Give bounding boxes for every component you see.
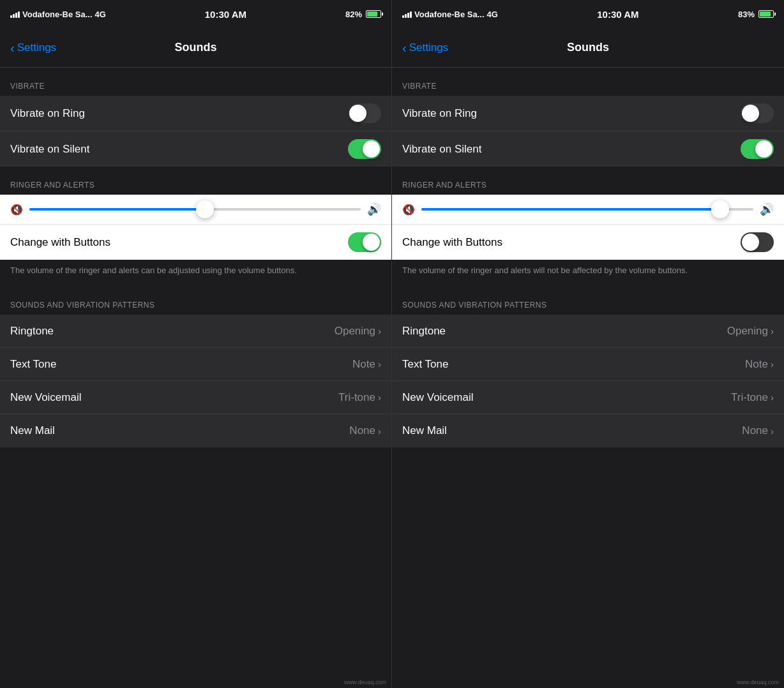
battery-percent-right: 83% — [738, 10, 755, 19]
signal-bar-3 — [15, 13, 17, 18]
change-buttons-knob-left — [363, 234, 380, 251]
vibrate-on-ring-row-right[interactable]: Vibrate on Ring — [392, 96, 784, 131]
new-voicemail-label-right: New Voicemail — [402, 391, 474, 404]
ringtone-val-text-left: Opening — [335, 325, 375, 338]
svp-header-right: SOUNDS AND VIBRATION PATTERNS — [392, 287, 784, 315]
vibrate-on-silent-toggle-left[interactable] — [348, 139, 381, 159]
text-tone-row-right[interactable]: Text Tone Note › — [392, 348, 784, 381]
vibrate-group-left: Vibrate on Ring Vibrate on Silent — [0, 96, 391, 167]
carrier-right: Vodafone-Be Sa... — [414, 10, 485, 19]
slider-track-left[interactable] — [29, 208, 361, 211]
new-mail-row-right[interactable]: New Mail None › — [392, 414, 784, 447]
new-voicemail-chevron-right: › — [771, 392, 774, 403]
new-mail-chevron-left: › — [378, 426, 381, 437]
back-chevron-right: ‹ — [402, 41, 407, 54]
back-button-left[interactable]: ‹ Settings — [10, 41, 56, 54]
carrier-left: Vodafone-Be Sa... — [22, 10, 93, 19]
volume-high-icon-right: 🔊 — [760, 202, 774, 216]
vibrate-on-ring-label-left: Vibrate on Ring — [10, 107, 85, 120]
vibrate-header-left: VIBRATE — [0, 68, 391, 96]
battery-icon-right — [758, 10, 774, 18]
back-label-left[interactable]: Settings — [17, 41, 56, 54]
new-mail-val-text-left: None — [349, 424, 375, 437]
ringer-header-right: RINGER AND ALERTS — [392, 167, 784, 195]
vibrate-group-right: Vibrate on Ring Vibrate on Silent — [392, 96, 784, 167]
slider-thumb-right[interactable] — [711, 200, 729, 218]
vibrate-on-ring-toggle-left[interactable] — [348, 103, 381, 123]
signal-bars-left — [10, 10, 20, 18]
text-tone-val-text-left: Note — [352, 358, 375, 371]
nav-bar-right: ‹ Settings Sounds — [392, 28, 784, 68]
ringer-section-right: 🔇 🔊 Change with Buttons — [392, 195, 784, 260]
scroll-content-right: VIBRATE Vibrate on Ring Vibrate on Silen… — [392, 68, 784, 688]
text-tone-value-left: Note › — [352, 358, 381, 371]
signal-bars-right — [402, 10, 412, 18]
vibrate-on-silent-knob-left — [363, 140, 380, 158]
text-tone-chevron-right: › — [771, 359, 774, 370]
vibrate-on-ring-row-left[interactable]: Vibrate on Ring — [0, 96, 391, 131]
vibrate-on-silent-row-right[interactable]: Vibrate on Silent — [392, 131, 784, 167]
new-voicemail-value-left: Tri-tone › — [338, 391, 381, 404]
vibrate-on-silent-toggle-right[interactable] — [741, 139, 774, 159]
vibrate-on-ring-knob-left — [349, 105, 366, 122]
page-title-left: Sounds — [175, 41, 217, 54]
status-right-right: 83% — [738, 10, 774, 19]
ringer-slider-row-right: 🔇 🔊 — [392, 195, 784, 225]
new-mail-value-left: None › — [349, 424, 381, 437]
vibrate-on-silent-label-left: Vibrate on Silent — [10, 143, 89, 156]
time-left: 10:30 AM — [205, 9, 246, 20]
network-right: 4G — [487, 10, 498, 19]
status-left-right: Vodafone-Be Sa... 4G — [402, 10, 498, 19]
text-tone-label-left: Text Tone — [10, 358, 56, 371]
volume-high-icon-left: 🔊 — [367, 202, 381, 216]
back-button-right[interactable]: ‹ Settings — [402, 41, 448, 54]
new-voicemail-chevron-left: › — [378, 392, 381, 403]
new-mail-chevron-right: › — [771, 426, 774, 437]
slider-thumb-left[interactable] — [196, 200, 214, 218]
new-voicemail-row-right[interactable]: New Voicemail Tri-tone › — [392, 381, 784, 414]
change-buttons-toggle-left[interactable] — [348, 232, 381, 252]
change-buttons-row-left: Change with Buttons — [0, 225, 391, 260]
ringtone-label-right: Ringtone — [402, 325, 446, 338]
vibrate-on-silent-row-left[interactable]: Vibrate on Silent — [0, 131, 391, 167]
text-tone-chevron-left: › — [378, 359, 381, 370]
ringtone-row-left[interactable]: Ringtone Opening › — [0, 315, 391, 348]
volume-low-icon-left: 🔇 — [10, 204, 23, 216]
change-buttons-label-right: Change with Buttons — [402, 236, 502, 249]
new-voicemail-val-text-right: Tri-tone — [731, 391, 768, 404]
text-tone-row-left[interactable]: Text Tone Note › — [0, 348, 391, 381]
slider-track-right[interactable] — [421, 208, 753, 211]
network-left: 4G — [95, 10, 106, 19]
battery-body-right — [758, 10, 774, 18]
new-mail-label-left: New Mail — [10, 424, 55, 437]
vibrate-header-right: VIBRATE — [392, 68, 784, 96]
text-tone-val-text-right: Note — [745, 358, 768, 371]
change-buttons-toggle-right[interactable] — [741, 232, 774, 252]
battery-icon-left — [366, 10, 381, 18]
scroll-content-left: VIBRATE Vibrate on Ring Vibrate on Silen… — [0, 68, 391, 688]
signal-bar-r2 — [405, 14, 407, 18]
ringer-header-left: RINGER AND ALERTS — [0, 167, 391, 195]
signal-bar-1 — [10, 15, 12, 18]
ringtone-label-left: Ringtone — [10, 325, 54, 338]
new-voicemail-row-left[interactable]: New Voicemail Tri-tone › — [0, 381, 391, 414]
slider-fill-left — [29, 208, 205, 211]
watermark-right: www.deuaq.com — [737, 679, 779, 685]
ringtone-chevron-left: › — [378, 325, 381, 336]
change-buttons-label-left: Change with Buttons — [10, 236, 110, 249]
vibrate-on-ring-toggle-right[interactable] — [741, 103, 774, 123]
vibrate-on-ring-label-right: Vibrate on Ring — [402, 107, 477, 120]
battery-fill-left — [367, 11, 377, 17]
new-mail-row-left[interactable]: New Mail None › — [0, 414, 391, 447]
change-buttons-knob-right — [742, 234, 759, 251]
right-panel: Vodafone-Be Sa... 4G 10:30 AM 83% ‹ Sett… — [392, 0, 784, 688]
ringer-slider-row-left: 🔇 🔊 — [0, 195, 391, 225]
text-tone-label-right: Text Tone — [402, 358, 448, 371]
signal-bar-r3 — [407, 13, 409, 18]
ringtone-row-right[interactable]: Ringtone Opening › — [392, 315, 784, 348]
status-bar-right: Vodafone-Be Sa... 4G 10:30 AM 83% — [392, 0, 784, 28]
back-label-right[interactable]: Settings — [409, 41, 448, 54]
svp-group-left: Ringtone Opening › Text Tone Note › New … — [0, 315, 391, 447]
vibrate-on-silent-label-right: Vibrate on Silent — [402, 143, 481, 156]
signal-bar-r4 — [410, 11, 412, 18]
